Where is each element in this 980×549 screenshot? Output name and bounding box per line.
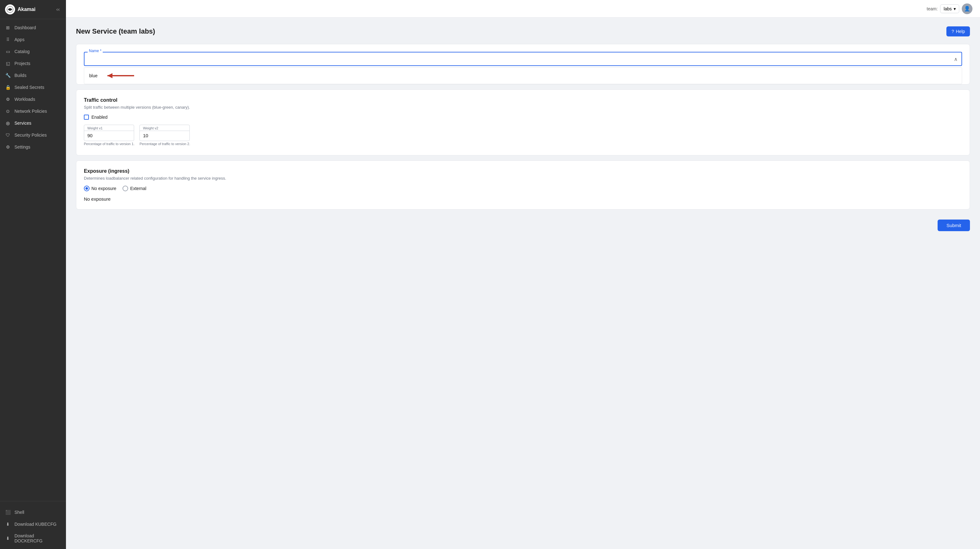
name-section: Name * ∧ blue [76, 44, 970, 84]
sidebar-item-services[interactable]: ◎ Services [0, 117, 66, 129]
sidebar-item-label: Projects [14, 61, 30, 66]
no-exposure-radio-outer [84, 186, 89, 191]
logo-icon [5, 5, 15, 14]
name-field-label: Name * [88, 49, 103, 53]
sidebar-item-label: Catalog [14, 49, 30, 54]
logo-text: Akamai [18, 6, 35, 12]
red-arrow-icon [101, 71, 139, 80]
sidebar-item-settings[interactable]: ⚙ Settings [0, 141, 66, 153]
sidebar-item-projects[interactable]: ◱ Projects [0, 57, 66, 69]
sidebar-item-sealed-secrets[interactable]: 🔒 Sealed Secrets [0, 81, 66, 93]
external-radio-outer [123, 186, 128, 191]
sidebar-item-builds[interactable]: 🔧 Builds [0, 69, 66, 81]
weight-v1-field: Weight v1 90 Percentage of traffic to ve… [84, 125, 134, 146]
external-radio[interactable]: External [123, 186, 146, 191]
weight-v1-hint: Percentage of traffic to version 1. [84, 142, 134, 146]
collapse-sidebar-button[interactable]: ‹‹ [55, 5, 61, 13]
no-exposure-radio[interactable]: No exposure [84, 186, 116, 191]
sidebar-item-shell[interactable]: ⬛ Shell [0, 506, 66, 518]
exposure-desc: Determines loadbalancer related configur… [84, 176, 962, 181]
no-exposure-radio-inner [86, 187, 88, 190]
chevron-down-icon: ▾ [954, 6, 956, 11]
workloads-icon: ⚙ [5, 96, 11, 102]
sidebar-item-label: Sealed Secrets [14, 85, 44, 90]
exposure-section: Exposure (ingress) Determines loadbalanc… [76, 161, 970, 210]
security-policies-icon: 🛡 [5, 132, 11, 138]
sidebar-nav: ⊞ Dashboard ⠿ Apps ▭ Catalog ◱ Projects … [0, 19, 66, 498]
catalog-icon: ▭ [5, 49, 11, 54]
sidebar-item-catalog[interactable]: ▭ Catalog [0, 46, 66, 57]
content-area: New Service (team labs) ? Help Name * ∧ … [66, 18, 980, 549]
sidebar-item-label: Shell [14, 510, 24, 515]
help-button[interactable]: ? Help [947, 26, 970, 37]
dropdown-option-blue: blue [89, 73, 97, 78]
enabled-label: Enabled [91, 115, 107, 120]
topbar: team: labs ▾ 👤 [66, 0, 980, 18]
sidebar-item-label: Security Policies [14, 132, 47, 138]
sidebar-item-dashboard[interactable]: ⊞ Dashboard [0, 22, 66, 33]
sidebar-item-label: Download KUBECFG [14, 522, 57, 527]
sidebar-item-network-policies[interactable]: ⊙ Network Policies [0, 105, 66, 117]
radio-row: No exposure External [84, 186, 962, 191]
projects-icon: ◱ [5, 60, 11, 66]
sealed-secrets-icon: 🔒 [5, 84, 11, 90]
weight-row: Weight v1 90 Percentage of traffic to ve… [84, 125, 962, 146]
team-label: team: [927, 6, 938, 11]
sidebar-divider [0, 501, 66, 501]
avatar[interactable]: 👤 [962, 3, 972, 14]
sidebar-logo: Akamai [5, 5, 35, 14]
sidebar-item-apps[interactable]: ⠿ Apps [0, 33, 66, 46]
help-icon: ? [951, 29, 954, 34]
sidebar-item-workloads[interactable]: ⚙ Workloads [0, 93, 66, 105]
submit-row: Submit [76, 215, 970, 231]
weight-v1-input[interactable]: 90 [84, 131, 134, 141]
exposure-title: Exposure (ingress) [84, 168, 962, 174]
sidebar-item-label: Dashboard [14, 25, 36, 30]
builds-icon: 🔧 [5, 73, 11, 78]
main-content: team: labs ▾ 👤 New Service (team labs) ?… [66, 0, 980, 549]
help-label: Help [956, 29, 965, 34]
page-title: New Service (team labs) [76, 27, 155, 35]
team-selector: team: labs ▾ 👤 [927, 3, 972, 14]
no-exposure-label: No exposure [91, 186, 116, 191]
sidebar-item-download-dockercfg[interactable]: ⬇ Download DOCKERCFG [0, 530, 66, 546]
sidebar-item-label: Services [14, 121, 32, 126]
download-kubecfg-icon: ⬇ [5, 521, 11, 527]
weight-v2-field: Weight v2 10 Percentage of traffic to ve… [140, 125, 190, 146]
sidebar-item-label: Settings [14, 145, 30, 150]
sidebar-item-label: Download DOCKERCFG [14, 533, 61, 543]
sidebar-bottom: ⬛ Shell ⬇ Download KUBECFG ⬇ Download DO… [0, 504, 66, 549]
svg-marker-2 [107, 73, 113, 78]
traffic-control-desc: Split traffic between multiple versions … [84, 105, 962, 110]
sidebar-item-download-kubecfg[interactable]: ⬇ Download KUBECFG [0, 518, 66, 530]
network-policies-icon: ⊙ [5, 108, 11, 114]
sidebar-item-label: Apps [14, 37, 24, 42]
dropdown-suggestion[interactable]: blue [84, 67, 962, 84]
team-name: labs [943, 6, 952, 11]
shell-icon: ⬛ [5, 509, 11, 515]
sidebar-item-label: Builds [14, 73, 26, 78]
sidebar-item-label: Workloads [14, 97, 35, 102]
weight-v2-input[interactable]: 10 [140, 131, 189, 141]
settings-icon: ⚙ [5, 144, 11, 150]
traffic-control-section: Traffic control Split traffic between mu… [76, 89, 970, 156]
enabled-checkbox[interactable] [84, 115, 89, 120]
sidebar-header: Akamai ‹‹ [0, 0, 66, 19]
apps-icon: ⠿ [5, 37, 11, 42]
weight-v2-label: Weight v2 [140, 125, 189, 131]
team-dropdown-button[interactable]: labs ▾ [940, 5, 959, 13]
sidebar: Akamai ‹‹ ⊞ Dashboard ⠿ Apps ▭ Catalog ◱… [0, 0, 66, 549]
enabled-checkbox-row: Enabled [84, 115, 962, 120]
page-header: New Service (team labs) ? Help [76, 26, 970, 37]
download-dockercfg-icon: ⬇ [5, 536, 11, 541]
sidebar-item-security-policies[interactable]: 🛡 Security Policies [0, 129, 66, 141]
no-exposure-heading: No exposure [84, 196, 962, 202]
name-field-container: Name * ∧ [84, 52, 962, 66]
weight-v2-hint: Percentage of traffic to version 2. [140, 142, 190, 146]
weight-v1-label: Weight v1 [84, 125, 134, 131]
name-input[interactable] [84, 52, 962, 66]
avatar-icon: 👤 [964, 6, 970, 12]
sidebar-item-label: Network Policies [14, 109, 47, 114]
traffic-control-title: Traffic control [84, 97, 962, 103]
submit-button[interactable]: Submit [938, 220, 970, 231]
